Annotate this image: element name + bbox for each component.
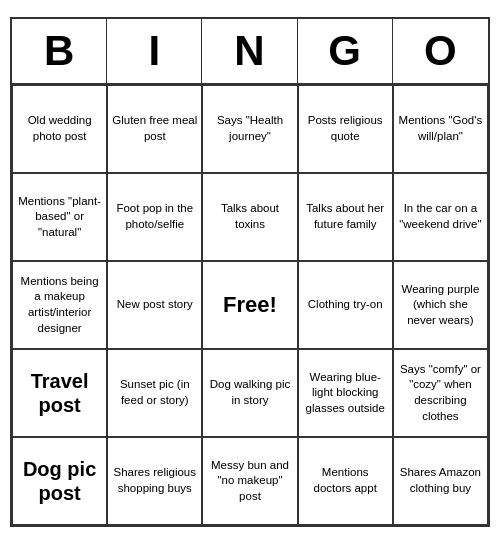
bingo-cell-21[interactable]: Shares religious shopping buys: [107, 437, 202, 525]
bingo-cell-15[interactable]: Travel post: [12, 349, 107, 437]
bingo-cell-3[interactable]: Posts religious quote: [298, 85, 393, 173]
bingo-cell-10[interactable]: Mentions being a makeup artist/interior …: [12, 261, 107, 349]
bingo-grid: Old wedding photo postGluten free meal p…: [12, 85, 488, 525]
bingo-cell-18[interactable]: Wearing blue-light blocking glasses outs…: [298, 349, 393, 437]
bingo-cell-16[interactable]: Sunset pic (in feed or story): [107, 349, 202, 437]
bingo-cell-9[interactable]: In the car on a "weekend drive": [393, 173, 488, 261]
bingo-cell-14[interactable]: Wearing purple (which she never wears): [393, 261, 488, 349]
bingo-cell-17[interactable]: Dog walking pic in story: [202, 349, 297, 437]
bingo-cell-19[interactable]: Says "comfy" or "cozy" when describing c…: [393, 349, 488, 437]
bingo-letter-i: I: [107, 19, 202, 83]
bingo-cell-8[interactable]: Talks about her future family: [298, 173, 393, 261]
bingo-cell-22[interactable]: Messy bun and "no makeup" post: [202, 437, 297, 525]
bingo-cell-11[interactable]: New post story: [107, 261, 202, 349]
bingo-cell-4[interactable]: Mentions "God's will/plan": [393, 85, 488, 173]
bingo-cell-5[interactable]: Mentions "plant-based" or "natural": [12, 173, 107, 261]
bingo-letter-b: B: [12, 19, 107, 83]
bingo-cell-23[interactable]: Mentions doctors appt: [298, 437, 393, 525]
bingo-cell-1[interactable]: Gluten free meal post: [107, 85, 202, 173]
bingo-card: BINGO Old wedding photo postGluten free …: [10, 17, 490, 527]
bingo-header: BINGO: [12, 19, 488, 85]
bingo-cell-12[interactable]: Free!: [202, 261, 297, 349]
bingo-cell-20[interactable]: Dog pic post: [12, 437, 107, 525]
bingo-cell-6[interactable]: Foot pop in the photo/selfie: [107, 173, 202, 261]
bingo-cell-2[interactable]: Says "Health journey": [202, 85, 297, 173]
bingo-letter-o: O: [393, 19, 488, 83]
bingo-cell-0[interactable]: Old wedding photo post: [12, 85, 107, 173]
bingo-letter-n: N: [202, 19, 297, 83]
bingo-cell-24[interactable]: Shares Amazon clothing buy: [393, 437, 488, 525]
bingo-cell-7[interactable]: Talks about toxins: [202, 173, 297, 261]
bingo-letter-g: G: [298, 19, 393, 83]
bingo-cell-13[interactable]: Clothing try-on: [298, 261, 393, 349]
